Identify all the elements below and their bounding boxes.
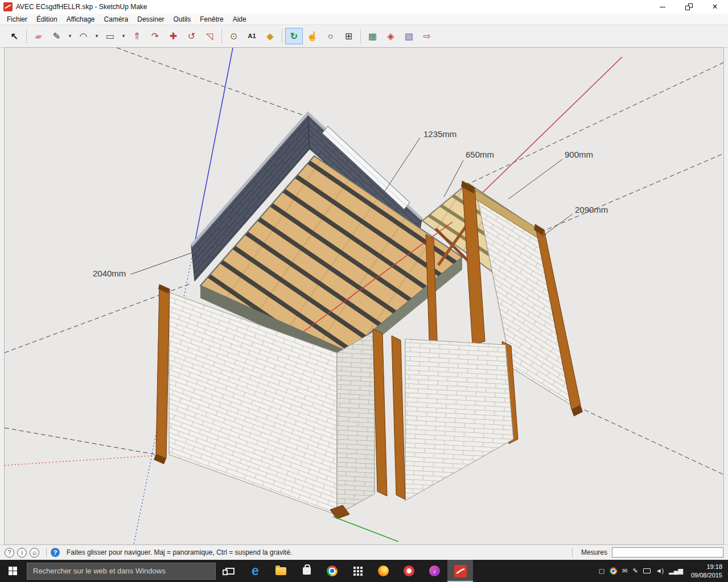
minimize-button[interactable] <box>649 0 676 14</box>
eraser-icon: ▰ <box>35 32 42 41</box>
close-button[interactable]: × <box>702 0 728 14</box>
menu-fichier[interactable]: Fichier <box>2 14 32 24</box>
orbit-tool-button[interactable]: ↻ <box>285 28 303 44</box>
select-icon: ↖ <box>11 32 18 41</box>
dimension-label-900: 900mm <box>565 150 593 159</box>
arc-tool-button[interactable]: ◠ <box>75 28 92 44</box>
system-tray: ▢ ✉ ✎ ◄) ▂▄▆ 19:18 09/08/2015 <box>599 563 728 579</box>
opera-button[interactable] <box>396 560 422 582</box>
styles-icon: ▧ <box>405 32 413 41</box>
taskbar-clock[interactable]: 19:18 09/08/2015 <box>691 563 722 579</box>
zoom-tool-button[interactable]: ○ <box>322 28 339 44</box>
status-divider <box>572 548 573 557</box>
help-icon[interactable]: ? <box>51 548 60 557</box>
arc-dropdown-button[interactable]: ▾ <box>93 28 101 44</box>
sketchup-icon <box>454 565 467 577</box>
dimension-label-1235: 1235mm <box>423 129 456 139</box>
text-tool-button[interactable]: A1 <box>243 28 261 44</box>
toolbar: ↖ ▰ ✎ ▾ ◠ ▾ ▭ ▾ ⇑ ↷ ✚ ↺ ◹ ⊙ A1 ◆ ↻ ☝ ○ ⊞… <box>0 25 728 48</box>
status-hint: Faites glisser pour naviguer. Maj = pano… <box>67 548 292 556</box>
tray-volume-icon[interactable]: ◄) <box>656 568 664 574</box>
firefox-icon <box>378 566 389 576</box>
select-tool-button[interactable]: ↖ <box>6 28 23 44</box>
follow-me-tool-button[interactable]: ↷ <box>146 28 164 44</box>
line-tool-button[interactable]: ✎ <box>48 28 65 44</box>
edge-button[interactable]: e <box>242 560 268 582</box>
music-button[interactable]: ♪ <box>422 560 447 582</box>
sketchup-logo-icon <box>3 2 13 11</box>
account-icon[interactable]: ☺ <box>30 548 39 558</box>
store-button[interactable] <box>294 560 319 582</box>
components-button[interactable]: ◈ <box>382 28 400 44</box>
push-pull-icon: ⇑ <box>133 32 141 41</box>
rotate-tool-button[interactable]: ↺ <box>183 28 200 44</box>
measurements-input[interactable] <box>612 547 723 558</box>
dimension-label-2090: 2090mm <box>575 205 608 214</box>
rectangle-tool-button[interactable]: ▭ <box>101 28 119 44</box>
opera-icon <box>404 566 414 576</box>
eraser-tool-button[interactable]: ▰ <box>30 28 47 44</box>
firefox-button[interactable] <box>371 560 396 582</box>
paint-bucket-icon: ◆ <box>266 32 273 41</box>
menu-camera[interactable]: Caméra <box>100 14 133 24</box>
menu-bar: Fichier Édition Affichage Caméra Dessine… <box>0 14 728 25</box>
rectangle-dropdown-button[interactable]: ▾ <box>120 28 127 44</box>
clock-date: 09/08/2015 <box>691 571 722 579</box>
send-to-layout-button[interactable]: ⇨ <box>418 28 436 44</box>
store-bag-icon <box>303 567 311 575</box>
move-tool-button[interactable]: ✚ <box>164 28 182 44</box>
windows-logo-icon <box>9 567 17 575</box>
start-button[interactable] <box>0 560 26 582</box>
push-pull-tool-button[interactable]: ⇑ <box>128 28 146 44</box>
chrome-button[interactable] <box>319 560 345 582</box>
menu-fenetre[interactable]: Fenêtre <box>195 14 228 24</box>
pan-tool-button[interactable]: ☝ <box>303 28 321 44</box>
toolbar-separator <box>282 29 282 43</box>
folder-icon <box>275 567 286 575</box>
zoom-extents-icon: ⊞ <box>345 32 352 41</box>
menu-affichage[interactable]: Affichage <box>62 14 100 24</box>
tray-mail-icon[interactable]: ✉ <box>622 568 627 574</box>
task-view-icon <box>225 568 235 575</box>
follow-me-icon: ↷ <box>151 32 159 41</box>
info-icon[interactable]: i <box>17 548 27 558</box>
text-icon: A1 <box>248 33 256 39</box>
line-dropdown-button[interactable]: ▾ <box>66 28 74 44</box>
menu-edition[interactable]: Édition <box>32 14 62 24</box>
apps-grid-button[interactable] <box>345 560 371 582</box>
tray-display-icon[interactable] <box>643 568 651 573</box>
line-icon: ✎ <box>53 32 60 41</box>
rotate-icon: ↺ <box>188 32 195 41</box>
viewport[interactable]: 1235mm 650mm 900mm 2090mm 2040mm <box>5 48 723 544</box>
tray-chrome-icon[interactable] <box>610 567 617 575</box>
minimize-icon <box>660 7 665 7</box>
toolbar-separator <box>360 29 361 43</box>
scale-tool-button[interactable]: ◹ <box>201 28 219 44</box>
zoom-extents-tool-button[interactable]: ⊞ <box>340 28 357 44</box>
menu-outils[interactable]: Outils <box>169 14 196 24</box>
tape-measure-tool-button[interactable]: ⊙ <box>225 28 242 44</box>
close-icon: × <box>712 2 717 11</box>
warehouse-button[interactable]: ▦ <box>364 28 381 44</box>
tray-network-icon[interactable]: ▂▄▆ <box>669 568 683 574</box>
styles-button[interactable]: ▧ <box>400 28 418 44</box>
tray-pen-icon[interactable]: ✎ <box>632 568 637 574</box>
zoom-icon: ○ <box>328 32 334 41</box>
file-explorer-button[interactable] <box>268 560 294 582</box>
move-icon: ✚ <box>170 32 177 41</box>
music-note-icon: ♪ <box>429 566 440 576</box>
task-view-button[interactable] <box>217 560 242 582</box>
components-icon: ◈ <box>387 32 394 41</box>
geolocation-icon[interactable]: ? <box>5 548 14 558</box>
title-bar: AVEC ECsgdfHELLR.skp - SketchUp Make × <box>0 0 728 14</box>
window-title: AVEC ECsgdfHELLR.skp - SketchUp Make <box>16 3 147 11</box>
toolbar-separator <box>26 29 27 43</box>
restore-button[interactable] <box>676 0 702 14</box>
menu-dessiner[interactable]: Dessiner <box>133 14 168 24</box>
sketchup-task-button[interactable] <box>447 560 473 582</box>
menu-aide[interactable]: Aide <box>228 14 251 24</box>
dimension-label-2040: 2040mm <box>93 269 126 278</box>
paint-bucket-tool-button[interactable]: ◆ <box>261 28 279 44</box>
taskbar-search-input[interactable] <box>27 563 216 580</box>
tray-app-icon[interactable]: ▢ <box>599 568 604 574</box>
